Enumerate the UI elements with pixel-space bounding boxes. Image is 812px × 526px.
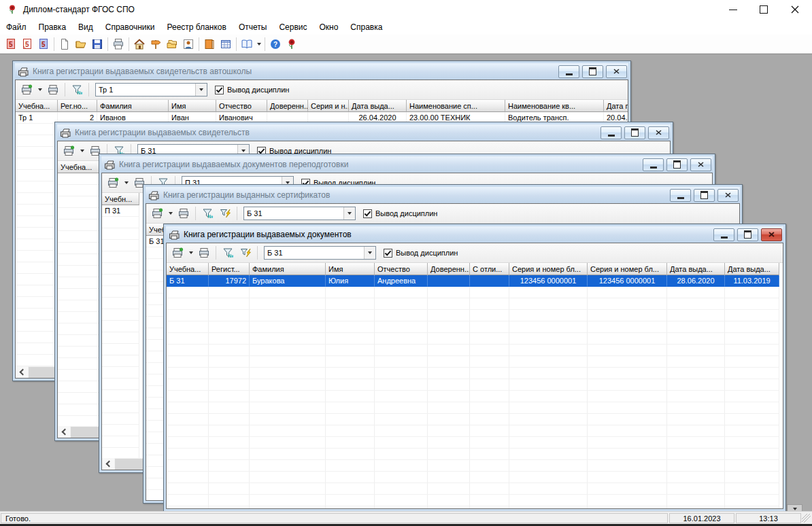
toolbar-separator — [54, 37, 54, 51]
titlebar[interactable]: Книга регистрации выдаваемых свидетельст… — [57, 124, 671, 141]
menu-window[interactable]: Окно — [313, 20, 344, 34]
print-preview-button[interactable] — [105, 175, 121, 190]
minimize-button[interactable] — [558, 65, 579, 78]
combo-dropdown-button[interactable] — [195, 84, 207, 96]
menu-help[interactable]: Справка — [344, 20, 388, 34]
new-document-icon[interactable] — [56, 36, 73, 52]
close-window-button[interactable] — [779, 0, 811, 19]
restore-button[interactable] — [582, 65, 603, 78]
filter-number-button[interactable]: № — [199, 206, 216, 221]
user-card-icon[interactable] — [180, 36, 197, 52]
menu-file[interactable]: Файл — [0, 20, 33, 34]
group-combobox[interactable]: Б 31 — [243, 207, 356, 220]
minimize-button[interactable] — [670, 189, 691, 202]
signpost-icon[interactable] — [148, 36, 164, 52]
menu-blank-registry[interactable]: Реестр бланков — [160, 20, 232, 34]
application-window: Диплом-стандарт ФГОС СПО Файл Правка Вид… — [0, 0, 812, 526]
menu-service[interactable]: Сервис — [273, 20, 313, 34]
scroll-left-button[interactable] — [58, 426, 70, 438]
restore-button[interactable] — [737, 228, 758, 241]
home-icon[interactable] — [131, 36, 148, 52]
print-button[interactable] — [45, 82, 61, 97]
table-grid-icon[interactable] — [218, 36, 234, 52]
maximize-window-button[interactable] — [748, 0, 779, 19]
print-dropdown[interactable] — [78, 143, 86, 158]
open-book-dropdown[interactable] — [255, 37, 263, 52]
svg-text:№: № — [228, 253, 233, 258]
open-folder-icon[interactable] — [73, 36, 89, 52]
minimize-button[interactable] — [600, 126, 622, 139]
restore-button[interactable] — [694, 189, 715, 202]
print-preview-button[interactable] — [149, 206, 165, 221]
print-button[interactable] — [196, 245, 212, 260]
print-dropdown[interactable] — [187, 245, 194, 260]
filter-number-button[interactable]: № — [220, 245, 236, 260]
restore-button[interactable] — [624, 126, 645, 139]
toolbar-separator — [265, 37, 265, 51]
print-icon[interactable] — [110, 36, 126, 52]
minimize-button[interactable] — [643, 158, 664, 171]
close-button[interactable] — [717, 189, 739, 202]
titlebar[interactable]: Книга регистрации выданных сертификатов — [146, 187, 740, 203]
print-button[interactable] — [175, 206, 192, 221]
form5-copy-icon[interactable]: 5 — [19, 36, 35, 52]
group-combobox[interactable]: Б 31 — [264, 246, 376, 260]
open-book-icon[interactable] — [239, 36, 255, 52]
close-button[interactable] — [690, 158, 711, 171]
toolbar-separator — [257, 246, 258, 260]
print-preview-button[interactable] — [61, 143, 77, 158]
titlebar[interactable]: Книга регистрации выдаваемых документов — [166, 226, 783, 243]
mdi-scroll-down-button[interactable] — [787, 504, 802, 511]
print-preview-button[interactable] — [169, 245, 186, 260]
journal-icon — [60, 128, 71, 138]
combo-value: Тр 1 — [99, 86, 113, 94]
titlebar[interactable]: Книга регистрации выдаваемых свидетельст… — [15, 63, 628, 80]
book-icon[interactable] — [201, 36, 218, 52]
close-button[interactable] — [648, 126, 669, 139]
filter-number-button[interactable]: № — [69, 82, 85, 97]
filter-lightning-button[interactable] — [237, 245, 254, 260]
save-icon[interactable] — [89, 36, 105, 52]
svg-text:№: № — [77, 90, 82, 95]
toolbar-separator — [216, 246, 216, 260]
combo-dropdown-button[interactable] — [364, 247, 375, 259]
checkbox-label: Вывод дисциплин — [375, 209, 437, 217]
close-button[interactable] — [761, 228, 782, 241]
toolbar-separator — [237, 207, 237, 220]
combo-dropdown-button[interactable] — [343, 207, 355, 220]
menu-references[interactable]: Справочники — [99, 20, 161, 34]
titlebar[interactable]: Книга регистрации выдаваемых документов … — [101, 156, 713, 173]
output-disciplines-checkbox[interactable]: Вывод дисциплин — [363, 209, 437, 218]
group-combobox[interactable]: Тр 1 — [95, 83, 207, 97]
svg-text:5: 5 — [9, 40, 13, 48]
child-window-dokumenty[interactable]: Книга регистрации выдаваемых документов … — [163, 224, 786, 511]
help-icon[interactable]: ? — [267, 36, 284, 52]
form5-blue-icon[interactable]: 5 — [35, 36, 52, 52]
menu-reports[interactable]: Отчеты — [233, 20, 273, 34]
window-toolbar: № Б 31 Вывод дисциплин — [167, 243, 783, 263]
registry-table[interactable]: Учебна...Регист...ФамилияИмяОтчествоДове… — [167, 263, 783, 508]
print-dropdown[interactable] — [36, 82, 44, 97]
form5-red-icon[interactable]: 5 — [3, 36, 19, 52]
minimize-button[interactable] — [713, 228, 734, 241]
scroll-left-button[interactable] — [102, 458, 114, 470]
minimize-window-button[interactable] — [717, 0, 749, 19]
svg-text:?: ? — [273, 41, 277, 48]
toolbar-separator — [88, 83, 89, 97]
output-disciplines-checkbox[interactable]: Вывод дисциплин — [215, 86, 289, 94]
print-preview-button[interactable] — [18, 82, 35, 97]
resize-grip[interactable] — [802, 514, 811, 523]
journal-icon — [148, 190, 160, 200]
rose-icon[interactable] — [284, 36, 300, 52]
print-dropdown[interactable] — [122, 175, 130, 190]
print-dropdown[interactable] — [167, 206, 174, 221]
close-button[interactable] — [606, 65, 627, 78]
menu-edit[interactable]: Правка — [33, 20, 73, 34]
filter-lightning-button[interactable] — [217, 206, 233, 221]
restore-button[interactable] — [666, 158, 688, 171]
output-disciplines-checkbox[interactable]: Вывод дисциплин — [384, 249, 458, 258]
window-toolbar: № Тр 1 Вывод дисциплин — [16, 80, 628, 100]
menu-view[interactable]: Вид — [72, 20, 99, 34]
folders-icon[interactable] — [164, 36, 180, 52]
scroll-left-button[interactable] — [16, 366, 28, 378]
